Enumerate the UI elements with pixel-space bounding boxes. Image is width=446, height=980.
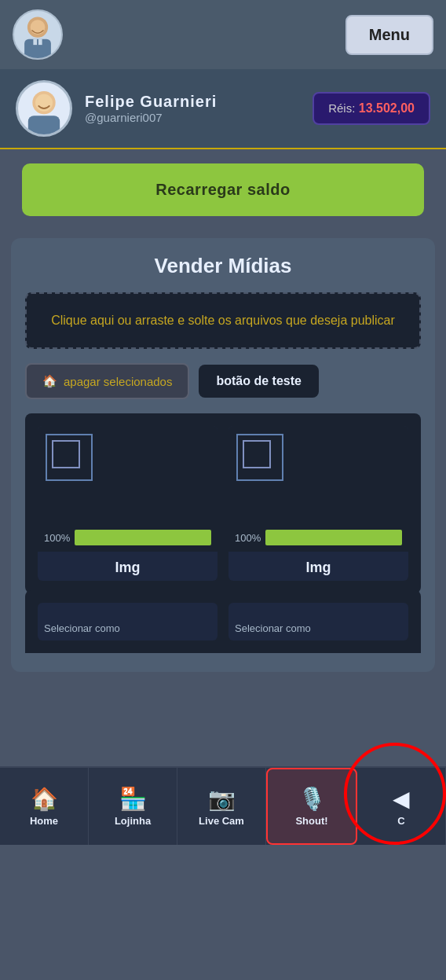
profile-name: Felipe Guarnieri — [85, 93, 300, 111]
back-nav-icon: ◀ — [393, 786, 410, 812]
media-grid: 100% Img 100% Img — [25, 413, 421, 593]
lojinha-nav-icon: 🏪 — [119, 786, 147, 812]
svg-rect-3 — [33, 39, 37, 46]
reis-badge: Réis: 13.502,00 — [313, 92, 430, 125]
main-section: Vender Mídias Clique aqui ou arraste e s… — [11, 238, 435, 672]
bottom-nav: 🏠 Home 🏪 Lojinha 📷 Live Cam 🎙️ Shout! ◀ … — [0, 766, 446, 845]
reload-balance-button[interactable]: Recarregar saldo — [22, 163, 424, 216]
livecam-nav-icon: 📷 — [208, 786, 236, 812]
media-thumbnail-2: 100% — [228, 426, 408, 552]
progress-text-1: 100% — [44, 532, 70, 544]
action-row: 🏠 apagar selecionados botão de teste — [25, 363, 421, 399]
partial-card-2[interactable]: Selecionar como — [228, 603, 408, 640]
shout-nav-icon: 🎙️ — [298, 786, 326, 812]
menu-button[interactable]: Menu — [345, 15, 433, 55]
nav-item-shout[interactable]: 🎙️ Shout! — [266, 768, 357, 845]
section-title: Vender Mídias — [25, 254, 421, 278]
upload-text: Clique aqui ou arraste e solte os arquiv… — [51, 314, 395, 327]
media-progress-1: 100% — [44, 530, 211, 545]
progress-bar-bg-2 — [265, 530, 402, 545]
media-thumbnail-1: 100% — [38, 426, 218, 552]
nav-label-shout: Shout! — [295, 815, 327, 827]
nav-item-lojinha[interactable]: 🏪 Lojinha — [89, 768, 177, 845]
progress-text-2: 100% — [235, 532, 261, 544]
reload-section: Recarregar saldo — [0, 149, 446, 230]
media-card-2[interactable]: 100% Img — [228, 426, 408, 581]
profile-bar: Felipe Guarnieri @guarnieri007 Réis: 13.… — [0, 69, 446, 149]
svg-rect-4 — [38, 39, 42, 46]
media-card-1[interactable]: 100% Img — [38, 426, 218, 581]
reis-value: 13.502,00 — [359, 101, 415, 115]
reis-label: Réis: — [328, 101, 355, 115]
progress-bar-fill-2 — [265, 530, 402, 545]
upload-area[interactable]: Clique aqui ou arraste e solte os arquiv… — [25, 292, 421, 349]
thumb-inner-sq-2 — [243, 440, 271, 468]
partial-media-grid: Selecionar como Selecionar como — [25, 590, 421, 653]
home-icon: 🏠 — [42, 374, 57, 388]
profile-avatar — [16, 80, 72, 137]
nav-label-lojinha: Lojinha — [115, 815, 151, 827]
home-nav-icon: 🏠 — [31, 786, 58, 812]
partial-card-1[interactable]: Selecionar como — [38, 603, 218, 640]
media-label-2: Img — [228, 552, 408, 581]
delete-btn-label: apagar selecionados — [64, 375, 172, 388]
top-bar: Menu — [0, 0, 446, 69]
svg-point-2 — [31, 20, 46, 35]
avatar — [13, 9, 63, 60]
svg-rect-1 — [24, 39, 51, 58]
profile-info: Felipe Guarnieri @guarnieri007 — [85, 93, 300, 124]
thumb-frame-2 — [236, 434, 283, 481]
media-label-1: Img — [38, 552, 218, 581]
delete-selected-button[interactable]: 🏠 apagar selecionados — [25, 363, 189, 399]
nav-item-back[interactable]: ◀ C — [357, 768, 446, 845]
nav-label-home: Home — [30, 815, 58, 827]
partial-text-1: Selecionar como — [44, 622, 120, 634]
progress-bar-bg-1 — [75, 530, 211, 545]
partial-text-2: Selecionar como — [235, 622, 311, 634]
nav-label-back: C — [397, 815, 404, 827]
thumb-inner-sq-1 — [52, 440, 80, 468]
thumb-frame-1 — [46, 434, 93, 481]
test-button[interactable]: botão de teste — [199, 365, 318, 398]
profile-username: @guarnieri007 — [85, 111, 300, 124]
nav-item-home[interactable]: 🏠 Home — [0, 768, 89, 845]
nav-label-livecam: Live Cam — [199, 815, 244, 827]
nav-item-livecam[interactable]: 📷 Live Cam — [177, 768, 266, 845]
progress-bar-fill-1 — [75, 530, 211, 545]
svg-rect-6 — [28, 116, 60, 134]
media-progress-2: 100% — [235, 530, 402, 545]
